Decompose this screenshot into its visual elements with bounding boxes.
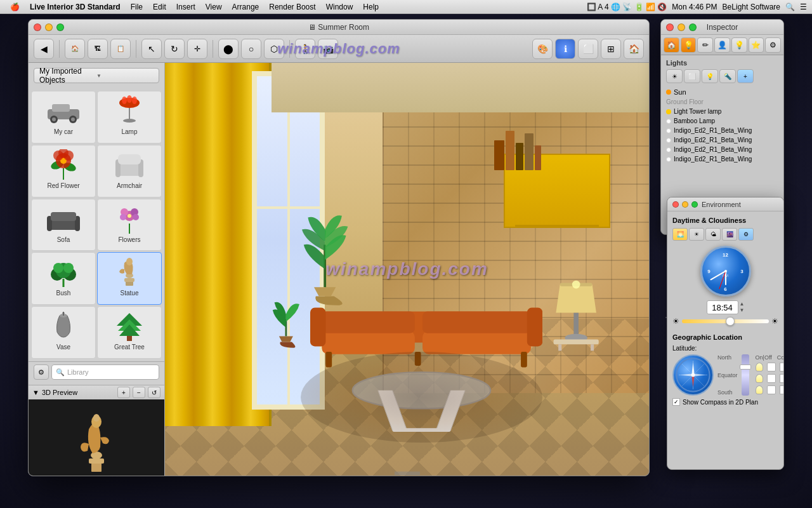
light-item-sun[interactable]: Sun [666,87,778,97]
resize-handle[interactable] [395,471,420,476]
light-item-indigo-1[interactable]: Indigo_Ed2_R1_Beta_Wing [666,126,778,135]
object-item-statue[interactable]: Statue [97,252,162,305]
svg-rect-23 [118,154,141,164]
toolbar-select-btn[interactable]: ↖ [141,39,162,59]
app-name[interactable]: Live Interior 3D Standard [25,0,126,13]
apple-menu[interactable]: 🍎 [5,0,25,13]
toolbar-sphere-btn[interactable]: ○ [241,39,261,59]
brightness-thumb[interactable] [726,317,735,326]
object-item-bush[interactable]: Bush [31,252,96,305]
object-item-red-flower[interactable]: Red Flower [31,145,96,197]
toolbar-3d-btn[interactable]: 🏗 [88,39,108,59]
object-item-armchair[interactable]: Armchair [97,145,162,197]
toolbar-list-btn[interactable]: 📋 [110,39,131,59]
env-noon-btn[interactable]: ☀ [689,228,704,241]
inspector-title: Inspector [707,23,738,32]
object-grid: My car [29,88,164,361]
light-btn-sun[interactable]: ☀ [666,69,683,83]
inspector-maximize-btn[interactable] [689,23,697,31]
light-bulb-2 [756,374,763,383]
light-item-tower-lamp[interactable]: Light Tower lamp [666,107,778,116]
light-btn-lamp[interactable]: 💡 [702,69,718,83]
env-minimize-btn[interactable] [682,201,688,208]
menu-insert[interactable]: Insert [171,0,200,13]
toolbar-2d-btn[interactable]: 🏠 [65,39,85,59]
menu-help[interactable]: Help [358,0,384,13]
env-morning-btn[interactable]: 🌅 [672,228,688,241]
inspector-close-btn[interactable] [666,23,674,31]
onoff-checkbox-1[interactable] [767,363,776,371]
inspector-tab-material[interactable]: ✏ [697,37,713,53]
time-down-arrow[interactable]: ▼ [740,307,745,314]
light-item-bamboo[interactable]: Bamboo Lamp [666,116,778,126]
inspector-tab-person[interactable]: 👤 [714,37,730,53]
window-minimize-btn[interactable] [45,23,53,31]
object-item-vase[interactable]: Vase [31,306,96,359]
time-up-arrow[interactable]: ▲ [740,301,745,307]
time-stepper[interactable]: ▲ ▼ [740,301,745,314]
inspector-tab-house[interactable]: 🏠 [664,37,679,53]
light-btn-spotlight[interactable]: 🔦 [719,69,736,83]
sidebar-settings-btn[interactable]: ⚙ [34,364,49,380]
sun-dim-icon: ☀ [771,317,778,326]
toolbar-move-btn[interactable]: ✛ [187,39,207,59]
object-item-great-tree[interactable]: Great Tree [97,306,162,359]
preview-reset[interactable]: ↺ [148,387,160,398]
env-evening-btn[interactable]: 🌆 [722,228,737,241]
inspector-tab-bulb[interactable]: 💡 [731,37,747,53]
onoff-checkbox-3[interactable] [767,385,776,394]
menubar-list[interactable]: ☰ [800,3,807,11]
menu-view[interactable]: View [200,0,227,13]
inspector-tab-star[interactable]: ⭐ [749,37,764,53]
preview-zoom-in[interactable]: + [117,387,130,398]
inspector-tab-light[interactable]: 💡 [681,37,697,53]
light-item-indigo-4[interactable]: Indigo_Ed2_R1_Beta_Wing [666,154,778,164]
toolbar-view1-btn[interactable]: ⬜ [578,39,598,59]
toolbar-circle-btn[interactable]: ⬤ [218,39,239,59]
menu-edit[interactable]: Edit [148,0,171,13]
onoff-checkbox-2[interactable] [767,374,776,383]
toolbar-rotate-btn[interactable]: ↻ [164,39,185,59]
window-maximize-btn[interactable] [56,23,64,31]
main-canvas[interactable]: winampblog.com [165,63,649,476]
latitude-slider-thumb[interactable] [740,364,751,370]
light-item-indigo-3[interactable]: Indigo_Ed2_R1_Beta_Wing [666,145,778,154]
light-btn-window[interactable]: ⬜ [684,69,700,83]
color-swatch-2[interactable] [780,374,784,383]
menu-arrange[interactable]: Arrange [227,0,265,13]
toolbar-back-btn[interactable]: ◀ [34,39,54,59]
toolbar-info-btn[interactable]: ℹ [555,39,575,59]
brightness-slider[interactable] [682,319,769,323]
lights-section: Lights ☀ ⬜ 💡 🔦 + Sun Ground Floor Light [661,55,783,168]
sidebar-search[interactable]: 🔍 Library [51,364,159,380]
menu-render[interactable]: Render Boost [264,0,320,13]
preview-header[interactable]: ▼ 3D Preview + − ↺ [29,385,164,399]
preview-zoom-out[interactable]: − [133,387,145,398]
menubar-search[interactable]: 🔍 [785,3,795,11]
env-close-btn[interactable] [672,201,679,208]
color-swatch-3[interactable] [780,385,784,394]
imported-objects-dropdown[interactable]: My Imported Objects ▼ [34,68,159,83]
menu-window[interactable]: Window [321,0,358,13]
object-item-flowers[interactable]: Flowers [97,199,162,251]
light-btn-add[interactable]: + [737,69,754,83]
object-item-sofa[interactable]: Sofa [31,199,96,251]
object-item-lamp[interactable]: Lamp [97,91,162,144]
object-item-my-car[interactable]: My car [31,91,96,144]
toolbar-material-btn[interactable]: 🎨 [532,39,553,59]
env-maximize-btn[interactable] [691,201,698,208]
inspector-minimize-btn[interactable] [678,23,685,31]
inspector-tab-cog[interactable]: ⚙ [765,37,781,53]
show-compass-checkbox[interactable]: ✓ [672,398,680,406]
menu-file[interactable]: File [126,0,148,13]
time-display[interactable]: 18:54 [707,300,738,314]
toolbar-view2-btn[interactable]: ⊞ [601,39,621,59]
window-close-btn[interactable] [34,23,41,31]
env-custom-btn[interactable]: ⚙ [738,228,754,241]
color-swatch-1[interactable] [780,363,784,371]
svg-rect-72 [574,312,579,337]
env-afternoon-btn[interactable]: 🌤 [705,228,721,241]
window-title: 🖥 Summer Room [308,23,369,32]
toolbar-view3-btn[interactable]: 🏠 [624,39,644,59]
light-item-indigo-2[interactable]: Indigo_Ed2_R1_Beta_Wing [666,135,778,145]
